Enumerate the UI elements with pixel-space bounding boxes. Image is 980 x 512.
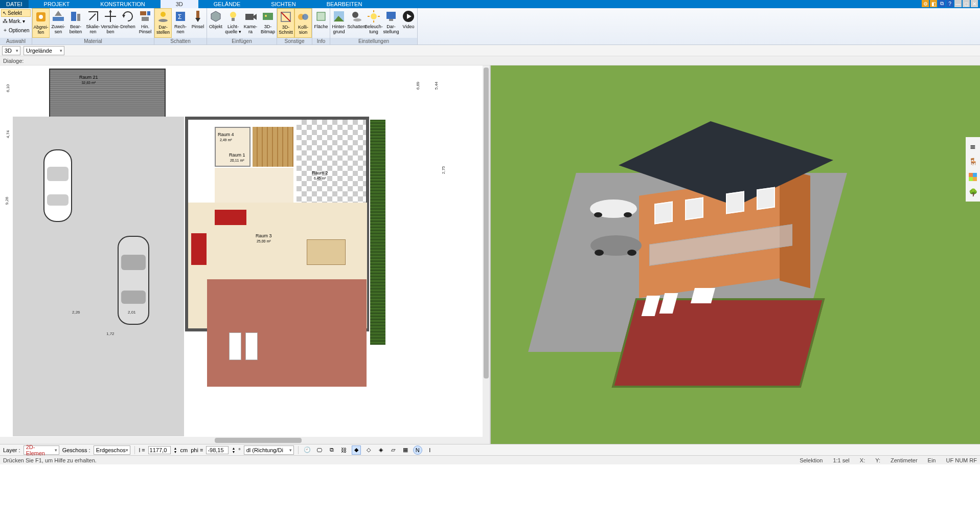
zuweisen-icon	[52, 10, 65, 23]
svg-rect-41	[44, 150, 72, 221]
group-label: Einstellungen	[330, 38, 417, 44]
overlap-icon[interactable]: ⧉	[327, 446, 336, 455]
layer-dropdown[interactable]: 2D-Elemen	[24, 446, 59, 455]
car-3d-icon	[588, 193, 639, 219]
svg-point-52	[595, 250, 604, 256]
ribbon-verschieben-button[interactable]: Verschie- ben	[102, 8, 119, 38]
ribbon-group-schatten: Dar- stellenΣRech- nenPinsel Schatten	[154, 8, 207, 44]
h-scrollbar[interactable]	[0, 437, 490, 444]
mark-button[interactable]: ⁂Mark.▾	[1, 17, 31, 25]
3d-view[interactable]	[491, 65, 981, 444]
ribbon: ↖Selekt ⁂Mark.▾ ＋Optionen Auswahl Abgrei…	[0, 8, 980, 45]
app-icon-1[interactable]: ⚙	[922, 0, 929, 7]
link-icon[interactable]: ⛓	[339, 446, 349, 455]
ribbon-schatten-button[interactable]: Schatten	[348, 8, 365, 38]
ribbon-objekt-button[interactable]: Objekt	[207, 8, 224, 38]
plus-icon: ＋	[3, 27, 8, 34]
pointer-icon: ⁂	[3, 18, 8, 24]
snap3-icon[interactable]: ◈	[376, 446, 385, 455]
dl-dropdown[interactable]: dl (Richtung/Di	[244, 446, 294, 455]
snap2-icon[interactable]: ◇	[364, 446, 373, 455]
room-4-label: Raum 4	[218, 132, 234, 137]
ribbon-rechnen-button[interactable]: ΣRech- nen	[172, 8, 189, 38]
menu-sichten[interactable]: SICHTEN	[256, 0, 311, 8]
car-top-icon	[40, 147, 76, 224]
bearbeiten-icon	[69, 10, 82, 23]
svg-rect-38	[389, 19, 393, 21]
maximize-icon[interactable]: ◻	[963, 0, 970, 7]
layers-icon[interactable]: ≣	[968, 141, 978, 151]
flaeche-icon	[314, 10, 328, 23]
help-icon[interactable]: ?	[946, 0, 953, 7]
ribbon-darstellen-button[interactable]: Dar- stellen	[154, 8, 172, 38]
ribbon-hin-pinsel-button[interactable]: Hin. Pinsel	[136, 8, 154, 38]
menu-projekt[interactable]: PROJEKT	[29, 0, 85, 8]
ribbon-3d-schnitt-button[interactable]: 3D- Schnitt	[277, 8, 294, 38]
ribbon-abgreifen-button[interactable]: Abgrei- fen	[32, 8, 50, 38]
ribbon-darstellung-button[interactable]: Dar- stellung	[382, 8, 400, 38]
ribbon-drehen-button[interactable]: Drehen	[119, 8, 136, 38]
ribbon-hintergrund-button[interactable]: Hinter- grund	[330, 8, 348, 38]
svg-rect-37	[386, 12, 396, 19]
geschoss-dropdown[interactable]: Erdgeschos	[94, 446, 130, 455]
clock-icon[interactable]: 🕘	[303, 446, 312, 455]
screen-icon[interactable]: 🖵	[315, 446, 324, 455]
svg-rect-45	[121, 255, 146, 270]
optionen-button[interactable]: ＋Optionen	[1, 26, 31, 35]
v-scrollbar[interactable]	[483, 65, 490, 437]
menu-3d[interactable]: 3D	[161, 0, 198, 8]
ribbon-group-auswahl: ↖Selekt ⁂Mark.▾ ＋Optionen Auswahl	[0, 8, 32, 44]
ribbon-group-einfuegen: ObjektLicht- quelle ▾Kame- ra3D- Bitmap …	[207, 8, 277, 44]
ribbon-kamera-button[interactable]: Kame- ra	[242, 8, 259, 38]
ribbon-3d-bitmap-button[interactable]: 3D- Bitmap	[259, 8, 277, 38]
ribbon-zuweisen-button[interactable]: Zuwei- sen	[50, 8, 67, 38]
ribbon-pinsel-button[interactable]: Pinsel	[189, 8, 207, 38]
chair-icon[interactable]: 🪑	[968, 157, 978, 167]
right-toolbar: ≣ 🪑 🌳	[966, 137, 980, 202]
menu-gelaende[interactable]: GELÄNDE	[198, 0, 256, 8]
svg-point-31	[353, 18, 361, 21]
ribbon-skalieren-button[interactable]: Skalie- ren	[84, 8, 102, 38]
ribbon-beleuchtung-button[interactable]: Beleuch- tung	[365, 8, 382, 38]
n-icon[interactable]: N	[413, 446, 422, 455]
plan-2d-view[interactable]: Raum 2132,83 m² Raum 26,45 m² Raum 42,49…	[0, 65, 491, 444]
grid-icon[interactable]: ▦	[401, 446, 410, 455]
svg-point-26	[302, 14, 308, 20]
close-icon[interactable]: ✕	[971, 0, 978, 7]
menu-datei[interactable]: DATEI	[0, 0, 29, 8]
view-mode-select[interactable]: 3D	[2, 46, 20, 55]
svg-point-1	[39, 15, 43, 19]
app-icon-2[interactable]: ◧	[930, 0, 937, 7]
view-selector-bar: 3D Urgelände	[0, 45, 980, 56]
phi-input[interactable]	[206, 446, 229, 454]
svg-rect-54	[969, 173, 973, 177]
menu-bearbeiten[interactable]: BEARBEITEN	[311, 0, 378, 8]
svg-rect-10	[142, 17, 149, 21]
ribbon-flaeche-button[interactable]: Fläche	[312, 8, 330, 38]
minimize-icon[interactable]: —	[954, 0, 962, 7]
snap1-icon[interactable]: ◆	[352, 446, 361, 455]
ribbon-kollision-button[interactable]: Kolli- sion	[294, 8, 312, 38]
l-input[interactable]	[148, 446, 171, 454]
menu-konstruktion[interactable]: KONSTRUKTION	[85, 0, 160, 8]
snap4-icon[interactable]: ▱	[389, 446, 398, 455]
svg-rect-55	[973, 173, 977, 177]
rechnen-icon: Σ	[174, 10, 187, 23]
room-2-label: Raum 3	[256, 233, 272, 238]
i-icon[interactable]: I	[425, 446, 435, 455]
ribbon-lichtquelle-button[interactable]: Licht- quelle ▾	[224, 8, 242, 38]
colors-icon[interactable]	[968, 172, 978, 182]
svg-rect-5	[77, 14, 80, 21]
app-icon-3[interactable]: ⧉	[938, 0, 945, 7]
ribbon-bearbeiten-button[interactable]: Bear- beiten	[67, 8, 84, 38]
svg-marker-3	[55, 11, 62, 16]
layer-select[interactable]: Urgelände	[24, 46, 64, 55]
window-controls: ⚙ ◧ ⧉ ? — ◻ ✕	[922, 0, 980, 8]
3d-schnitt-icon	[279, 10, 292, 24]
help-hint: Drücken Sie F1, um Hilfe zu erhalten.	[3, 457, 97, 463]
tree-icon[interactable]: 🌳	[968, 187, 978, 197]
ribbon-video-button[interactable]: Video	[400, 8, 417, 38]
svg-point-12	[158, 19, 168, 22]
phi-label: phi =	[191, 447, 203, 453]
selekt-button[interactable]: ↖Selekt	[1, 9, 31, 17]
